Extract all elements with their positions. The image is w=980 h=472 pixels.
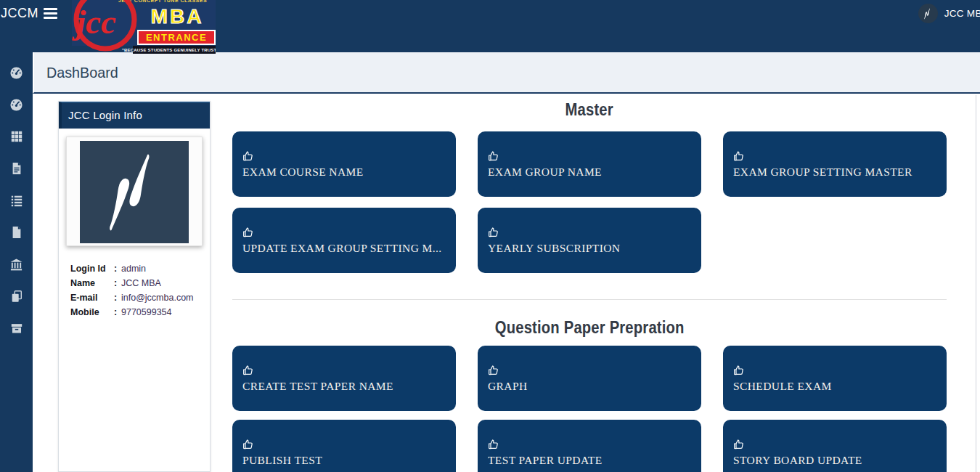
graph-button[interactable]: GRAPH xyxy=(478,346,701,411)
archive-icon xyxy=(10,322,23,335)
field-value: 9770599354 xyxy=(121,305,172,320)
sidebar-item-documents[interactable] xyxy=(0,152,33,184)
sidebar-item-dashboard-2[interactable] xyxy=(0,89,33,121)
field-label: Mobile xyxy=(70,305,110,320)
field-separator: : xyxy=(110,276,121,290)
master-button-grid: EXAM COURSE NAME EXAM GROUP NAME EXAM GR… xyxy=(232,131,947,273)
sidebar-item-copy[interactable] xyxy=(0,280,33,312)
create-test-paper-name-button[interactable]: CREATE TEST PAPER NAME xyxy=(232,346,456,411)
login-field-row: Mobile : 9770599354 xyxy=(70,305,201,320)
sidebar-item-dashboard-1[interactable] xyxy=(0,57,33,89)
field-value: info@jccmba.com xyxy=(121,290,194,305)
hamburger-menu-icon[interactable] xyxy=(44,8,57,20)
button-label: CREATE TEST PAPER NAME xyxy=(242,380,446,393)
thumbs-up-icon xyxy=(488,365,691,376)
yearly-subscription-button[interactable]: YEARLY SUBSCRIPTION xyxy=(478,208,701,273)
login-field-row: Name : JCC MBA xyxy=(70,276,201,290)
publish-test-button[interactable]: PUBLISH TEST xyxy=(232,420,456,472)
test-paper-update-button[interactable]: TEST PAPER UPDATE xyxy=(478,420,701,472)
sidebar-item-file[interactable] xyxy=(0,216,33,248)
user-chip[interactable]: JCC MBA xyxy=(918,4,980,23)
thumbs-up-icon xyxy=(242,150,446,162)
bank-icon xyxy=(9,258,23,272)
sidebar-item-modules[interactable] xyxy=(0,121,33,152)
button-label: PUBLISH TEST xyxy=(242,454,446,467)
field-value: admin xyxy=(121,261,146,276)
sidebar xyxy=(0,52,33,472)
file-icon xyxy=(10,226,23,239)
list-icon xyxy=(10,194,23,207)
thumbs-up-icon xyxy=(488,439,691,450)
section-divider xyxy=(232,299,947,300)
button-label: TEST PAPER UPDATE xyxy=(488,454,691,467)
copy-icon xyxy=(10,290,23,303)
main-content: DashBoard JCC Login Info Login Id : admi… xyxy=(33,52,980,472)
thumbs-up-icon xyxy=(733,439,936,450)
thumbs-up-icon xyxy=(488,150,691,162)
button-label: YEARLY SUBSCRIPTION xyxy=(488,242,691,255)
user-name: JCC MBA xyxy=(944,8,980,19)
login-field-row: Login Id : admin xyxy=(70,261,201,276)
tachometer-icon xyxy=(9,66,23,80)
thumbs-up-icon xyxy=(242,365,446,376)
thumbs-up-icon xyxy=(488,227,691,238)
section-title-master: Master xyxy=(232,98,947,121)
file-text-icon xyxy=(10,162,23,175)
field-separator: : xyxy=(110,261,121,276)
brand-jccm[interactable]: JCCM xyxy=(1,6,38,21)
logo-mba-text: MBA xyxy=(139,5,216,28)
logo-jcc-script: jcc xyxy=(76,0,116,44)
schedule-exam-button[interactable]: SCHEDULE EXAM xyxy=(723,346,947,411)
sidebar-item-list[interactable] xyxy=(0,184,33,216)
sidebar-item-archive[interactable] xyxy=(0,312,33,344)
field-separator: : xyxy=(110,305,121,320)
field-label: Login Id xyxy=(70,261,110,276)
jcc-mba-logo: JEET CONCEPT TUNE CLASSES jcc MBA ENTRAN… xyxy=(72,0,216,54)
button-label: UPDATE EXAM GROUP SETTING M... xyxy=(242,242,446,255)
page-header: DashBoard xyxy=(33,52,980,94)
story-board-update-button[interactable]: STORY BOARD UPDATE xyxy=(723,420,947,472)
topbar: JCCM JEET CONCEPT TUNE CLASSES jcc MBA E… xyxy=(0,0,980,52)
field-value: JCC MBA xyxy=(121,276,161,290)
profile-image xyxy=(80,141,189,243)
question-paper-button-grid: CREATE TEST PAPER NAME GRAPH SCHEDULE EX… xyxy=(232,346,947,472)
tachometer-icon xyxy=(9,98,23,112)
button-label: GRAPH xyxy=(488,380,691,393)
login-fields: Login Id : admin Name : JCC MBA E-mail :… xyxy=(70,261,201,320)
thumbs-up-icon xyxy=(242,227,446,238)
jcc-logo-mark-icon xyxy=(94,152,175,233)
exam-course-name-button[interactable]: EXAM COURSE NAME xyxy=(232,131,456,197)
content-body: JCC Login Info Login Id : admin Name : xyxy=(33,95,980,472)
login-field-row: E-mail : info@jccmba.com xyxy=(70,290,201,305)
button-label: SCHEDULE EXAM xyxy=(733,380,936,393)
profile-image-frame xyxy=(66,137,203,246)
dashboard-cards-area: Master EXAM COURSE NAME EXAM GROUP NAME … xyxy=(232,95,947,472)
field-label: Name xyxy=(70,276,110,290)
button-label: EXAM GROUP NAME xyxy=(488,166,691,179)
user-avatar-icon xyxy=(918,4,938,23)
field-label: E-mail xyxy=(70,290,110,305)
button-label: STORY BOARD UPDATE xyxy=(733,454,936,467)
logo-tagline: "BECAUSE STUDENTS GENUINELY TRUST US" xyxy=(133,46,216,54)
exam-group-setting-master-button[interactable]: EXAM GROUP SETTING MASTER xyxy=(723,131,947,197)
logo-entrance-banner: ENTRANCE xyxy=(137,30,216,45)
exam-group-name-button[interactable]: EXAM GROUP NAME xyxy=(478,131,701,197)
content-right-border xyxy=(976,95,976,472)
section-title-question-paper: Question Paper Prepration xyxy=(232,316,947,339)
app-root: JCCM JEET CONCEPT TUNE CLASSES jcc MBA E… xyxy=(0,0,980,472)
update-exam-group-setting-button[interactable]: UPDATE EXAM GROUP SETTING M... xyxy=(232,208,456,273)
thumbs-up-icon xyxy=(733,150,936,162)
field-separator: : xyxy=(110,290,121,305)
login-panel-title: JCC Login Info xyxy=(59,102,210,129)
sidebar-item-institution[interactable] xyxy=(0,248,33,280)
thumbs-up-icon xyxy=(242,439,446,450)
page-title: DashBoard xyxy=(46,64,118,81)
grid-icon xyxy=(10,130,23,143)
login-info-panel: JCC Login Info Login Id : admin Name : xyxy=(58,101,211,472)
button-label: EXAM COURSE NAME xyxy=(242,166,446,179)
thumbs-up-icon xyxy=(733,365,936,376)
button-label: EXAM GROUP SETTING MASTER xyxy=(733,166,936,179)
